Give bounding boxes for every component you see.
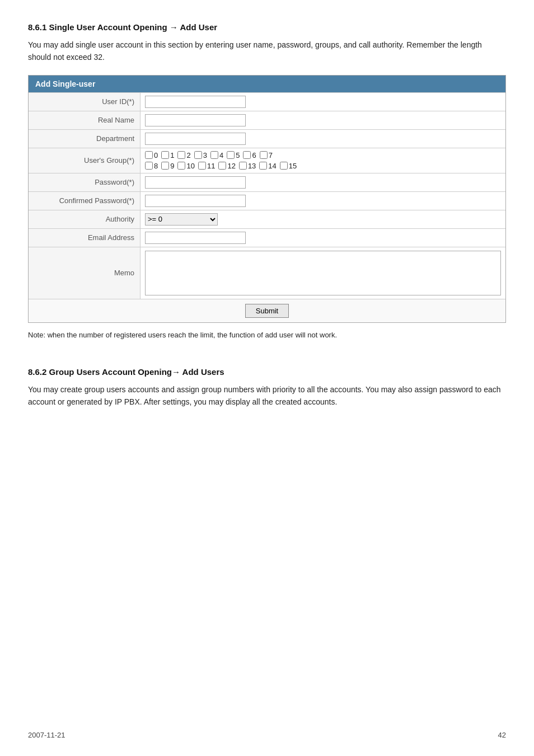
group-label-8: 8 [154, 162, 158, 170]
group-label-10: 10 [186, 162, 194, 170]
group-item-10: 10 [177, 162, 194, 170]
confirmed-password-row: Confirmed Password(*) [29, 191, 505, 210]
group-checkbox-0[interactable] [145, 151, 153, 159]
submit-button[interactable]: Submit [245, 304, 289, 318]
groups-line2: 8 9 10 11 12 13 14 15 [145, 162, 300, 170]
group-checkbox-7[interactable] [260, 151, 268, 159]
group-label-13: 13 [248, 162, 256, 170]
section1-heading: 8.6.1 Single User Account Opening → Add … [28, 22, 506, 32]
real-name-input[interactable] [145, 114, 246, 126]
confirmed-password-field [140, 192, 505, 210]
group-label-2: 2 [186, 151, 190, 159]
user-id-row: User ID(*) [29, 92, 505, 111]
department-row: Department [29, 129, 505, 148]
confirmed-password-input[interactable] [145, 195, 246, 207]
authority-field: >= 0 [140, 210, 505, 228]
group-item-6: 6 [243, 151, 256, 159]
memo-textarea[interactable] [145, 251, 501, 295]
note-text: Note: when the number of registered user… [28, 331, 506, 339]
group-checkbox-14[interactable] [259, 162, 267, 170]
password-label: Password(*) [29, 173, 140, 191]
user-id-input[interactable] [145, 96, 246, 108]
group-checkbox-1[interactable] [161, 151, 169, 159]
email-row: Email Address [29, 228, 505, 247]
section2: 8.6.2 Group Users Account Opening→ Add U… [28, 367, 506, 408]
email-input[interactable] [145, 232, 246, 244]
group-checkbox-12[interactable] [218, 162, 226, 170]
group-checkbox-11[interactable] [198, 162, 206, 170]
real-name-label: Real Name [29, 111, 140, 129]
group-item-14: 14 [259, 162, 276, 170]
group-item-15: 15 [280, 162, 297, 170]
confirmed-password-label: Confirmed Password(*) [29, 192, 140, 210]
password-field [140, 173, 505, 191]
group-label-11: 11 [207, 162, 215, 170]
groups-container: 0 1 2 3 4 5 6 7 8 9 10 11 12 13 14 15 [145, 151, 300, 170]
group-label-3: 3 [203, 151, 207, 159]
footer-page: 42 [498, 731, 506, 739]
group-item-5: 5 [227, 151, 240, 159]
group-item-13: 13 [239, 162, 256, 170]
password-row: Password(*) [29, 173, 505, 191]
group-checkbox-9[interactable] [161, 162, 169, 170]
group-checkbox-13[interactable] [239, 162, 247, 170]
footer: 2007-11-21 42 [28, 731, 506, 739]
group-label-9: 9 [170, 162, 174, 170]
group-checkbox-6[interactable] [243, 151, 251, 159]
group-item-7: 7 [260, 151, 273, 159]
group-checkbox-5[interactable] [227, 151, 235, 159]
group-item-0: 0 [145, 151, 158, 159]
department-input[interactable] [145, 133, 246, 145]
group-item-4: 4 [210, 151, 223, 159]
group-label-4: 4 [219, 151, 223, 159]
group-label-0: 0 [154, 151, 158, 159]
group-item-12: 12 [218, 162, 235, 170]
add-single-user-form: Add Single-user User ID(*) Real Name Dep… [28, 75, 506, 323]
group-label-15: 15 [289, 162, 297, 170]
group-label-5: 5 [236, 151, 240, 159]
email-field [140, 229, 505, 247]
users-group-label: User's Group(*) [29, 148, 140, 173]
group-label-6: 6 [252, 151, 256, 159]
users-group-field: 0 1 2 3 4 5 6 7 8 9 10 11 12 13 14 15 [140, 148, 505, 173]
group-checkbox-4[interactable] [210, 151, 218, 159]
group-item-2: 2 [177, 151, 190, 159]
user-id-field [140, 93, 505, 111]
users-group-row: User's Group(*) 0 1 2 3 4 5 6 7 8 9 10 1… [29, 148, 505, 173]
group-label-14: 14 [268, 162, 276, 170]
group-item-3: 3 [194, 151, 207, 159]
memo-row: Memo [29, 247, 505, 299]
group-item-8: 8 [145, 162, 158, 170]
section2-heading: 8.6.2 Group Users Account Opening→ Add U… [28, 367, 506, 377]
authority-row: Authority >= 0 [29, 210, 505, 228]
group-checkbox-15[interactable] [280, 162, 288, 170]
real-name-row: Real Name [29, 111, 505, 129]
group-label-7: 7 [269, 151, 273, 159]
memo-field [140, 247, 505, 299]
group-label-1: 1 [170, 151, 174, 159]
submit-row: Submit [29, 299, 505, 322]
memo-label: Memo [29, 247, 140, 299]
user-id-label: User ID(*) [29, 93, 140, 111]
group-checkbox-10[interactable] [177, 162, 185, 170]
authority-select[interactable]: >= 0 [145, 213, 218, 226]
group-item-11: 11 [198, 162, 215, 170]
email-label: Email Address [29, 229, 140, 247]
authority-label: Authority [29, 210, 140, 228]
real-name-field [140, 111, 505, 129]
group-item-1: 1 [161, 151, 174, 159]
group-label-12: 12 [227, 162, 235, 170]
group-item-9: 9 [161, 162, 174, 170]
department-field [140, 130, 505, 148]
group-checkbox-3[interactable] [194, 151, 202, 159]
groups-line1: 0 1 2 3 4 5 6 7 [145, 151, 300, 159]
group-checkbox-2[interactable] [177, 151, 185, 159]
footer-date: 2007-11-21 [28, 731, 65, 739]
department-label: Department [29, 130, 140, 148]
password-input[interactable] [145, 176, 246, 189]
section1-description: You may add single user account in this … [28, 39, 506, 64]
form-title: Add Single-user [29, 76, 505, 92]
section2-description: You may create group users accounts and … [28, 383, 506, 408]
group-checkbox-8[interactable] [145, 162, 153, 170]
